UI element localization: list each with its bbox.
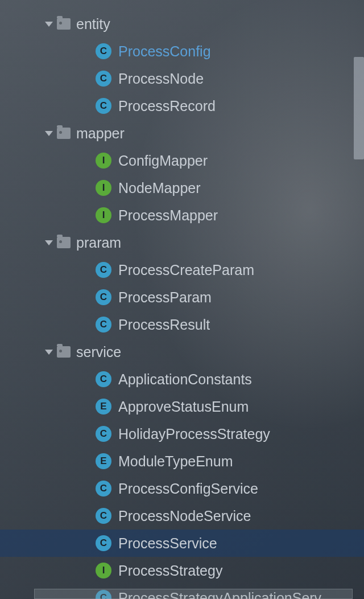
tree-item-label: ProcessMapper bbox=[118, 207, 218, 224]
class-badge-icon: C bbox=[96, 43, 111, 59]
tree-row-file-processresult[interactable]: CProcessResult bbox=[0, 311, 364, 338]
tree-row-folder-service[interactable]: service bbox=[0, 338, 364, 366]
tree-item-label: ProcessNodeService bbox=[118, 508, 251, 524]
folder-icon bbox=[57, 346, 71, 358]
tree-item-label: ProcessRecord bbox=[118, 98, 216, 114]
class-badge-icon: C bbox=[96, 98, 111, 114]
tree-item-label: ProcessService bbox=[118, 535, 217, 552]
tree-row-file-configmapper[interactable]: IConfigMapper bbox=[0, 147, 364, 174]
class-badge-icon: C bbox=[96, 371, 111, 387]
tree-item-label: ProcessConfig bbox=[118, 43, 211, 60]
tree-item-label: ProcessCreateParam bbox=[118, 262, 254, 278]
project-tree: entityCProcessConfigCProcessNodeCProcess… bbox=[0, 0, 364, 599]
class-badge-icon: C bbox=[96, 508, 111, 524]
expand-icon[interactable] bbox=[44, 19, 53, 28]
tree-row-folder-mapper[interactable]: mapper bbox=[0, 120, 364, 147]
tree-item-label: ModuleTypeEnum bbox=[118, 453, 233, 470]
class-badge-icon: C bbox=[96, 426, 111, 442]
tree-row-file-approvestatusenum[interactable]: EApproveStatusEnum bbox=[0, 393, 364, 420]
interface-badge-icon: I bbox=[96, 563, 111, 579]
tree-item-label: praram bbox=[76, 235, 121, 251]
tree-item-label: NodeMapper bbox=[118, 180, 201, 196]
tree-item-label: ApplicationConstants bbox=[118, 371, 252, 388]
class-badge-icon: C bbox=[96, 262, 111, 278]
tree-item-label: ProcessNode bbox=[118, 71, 204, 87]
folder-icon bbox=[57, 128, 71, 139]
tree-row-file-processnode[interactable]: CProcessNode bbox=[0, 65, 364, 92]
class-badge-icon: C bbox=[96, 481, 111, 497]
bottom-bar bbox=[34, 589, 353, 599]
tree-row-file-processconfigservice[interactable]: CProcessConfigService bbox=[0, 475, 364, 502]
tree-row-file-nodemapper[interactable]: INodeMapper bbox=[0, 174, 364, 202]
class-badge-icon: C bbox=[96, 317, 111, 333]
tree-row-file-processconfig[interactable]: CProcessConfig bbox=[0, 38, 364, 65]
folder-icon bbox=[57, 237, 71, 248]
enum-badge-icon: E bbox=[96, 399, 111, 415]
tree-item-label: ProcessResult bbox=[118, 317, 210, 333]
class-badge-icon: C bbox=[96, 289, 111, 305]
tree-item-label: ConfigMapper bbox=[118, 153, 208, 169]
expand-icon[interactable] bbox=[44, 238, 53, 247]
tree-item-label: HolidayProcessStrategy bbox=[118, 426, 270, 442]
interface-badge-icon: I bbox=[96, 207, 111, 223]
enum-badge-icon: E bbox=[96, 453, 111, 469]
tree-row-folder-praram[interactable]: praram bbox=[0, 229, 364, 256]
tree-item-label: ProcessStrategy bbox=[118, 563, 222, 579]
tree-row-file-processservice[interactable]: CProcessService bbox=[0, 530, 364, 557]
tree-row-file-applicationconstants[interactable]: CApplicationConstants bbox=[0, 366, 364, 393]
expand-icon[interactable] bbox=[44, 129, 53, 138]
tree-item-label: ProcessConfigService bbox=[118, 481, 258, 497]
tree-row-file-processstrategy[interactable]: IProcessStrategy bbox=[0, 557, 364, 584]
interface-badge-icon: I bbox=[96, 180, 111, 196]
tree-row-file-processcreateparam[interactable]: CProcessCreateParam bbox=[0, 256, 364, 284]
tree-row-file-processparam[interactable]: CProcessParam bbox=[0, 284, 364, 311]
tree-row-file-processrecord[interactable]: CProcessRecord bbox=[0, 92, 364, 120]
scrollbar[interactable] bbox=[354, 57, 364, 159]
folder-icon bbox=[57, 18, 71, 30]
tree-item-label: service bbox=[76, 344, 121, 360]
class-badge-icon: C bbox=[96, 535, 111, 551]
tree-item-label: mapper bbox=[76, 125, 125, 142]
class-badge-icon: C bbox=[96, 71, 111, 87]
tree-row-file-processnodeservice[interactable]: CProcessNodeService bbox=[0, 502, 364, 530]
tree-row-folder-entity[interactable]: entity bbox=[0, 10, 364, 38]
tree-item-label: entity bbox=[76, 16, 110, 32]
tree-item-label: ApproveStatusEnum bbox=[118, 399, 249, 415]
tree-row-file-moduletypeenum[interactable]: EModuleTypeEnum bbox=[0, 448, 364, 475]
tree-row-file-processmapper[interactable]: IProcessMapper bbox=[0, 202, 364, 229]
tree-item-label: ProcessParam bbox=[118, 289, 212, 306]
expand-icon[interactable] bbox=[44, 347, 53, 356]
tree-row-file-holidayprocessstrategy[interactable]: CHolidayProcessStrategy bbox=[0, 420, 364, 448]
interface-badge-icon: I bbox=[96, 153, 111, 169]
